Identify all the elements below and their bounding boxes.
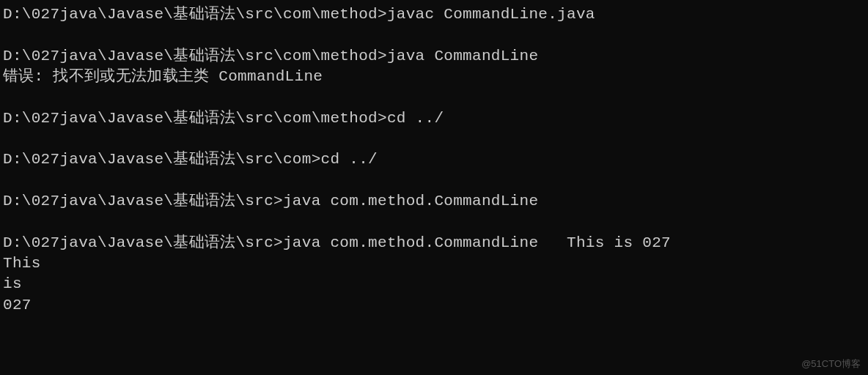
prompt: D:\027java\Javase\基础语法\src\com\method> xyxy=(3,6,387,23)
command-line: D:\027java\Javase\基础语法\src\com>cd ../ xyxy=(3,149,865,170)
prompt: D:\027java\Javase\基础语法\src> xyxy=(3,193,283,209)
prompt: D:\027java\Javase\基础语法\src\com\method> xyxy=(3,48,387,64)
command-text: java com.method.CommandLine xyxy=(283,193,538,209)
command-line: D:\027java\Javase\基础语法\src>java com.meth… xyxy=(3,191,865,212)
blank-line xyxy=(3,87,865,108)
command-line: D:\027java\Javase\基础语法\src\com\method>ja… xyxy=(3,46,865,67)
prompt: D:\027java\Javase\基础语法\src> xyxy=(3,234,283,251)
output-line: 错误: 找不到或无法加载主类 CommandLine xyxy=(3,67,865,87)
output-line: is xyxy=(3,274,865,294)
command-line: D:\027java\Javase\基础语法\src>java com.meth… xyxy=(3,233,865,253)
blank-line xyxy=(3,25,865,45)
output-line: 027 xyxy=(3,295,865,316)
prompt: D:\027java\Javase\基础语法\src\com\method> xyxy=(3,110,387,127)
command-line: D:\027java\Javase\基础语法\src\com\method>ja… xyxy=(3,4,865,25)
output-line: This xyxy=(3,253,865,274)
watermark-label: @51CTO博客 xyxy=(801,357,861,371)
command-text: javac CommandLine.java xyxy=(387,6,595,23)
command-text: java CommandLine xyxy=(387,48,538,64)
prompt: D:\027java\Javase\基础语法\src\com> xyxy=(3,151,321,168)
command-text: cd ../ xyxy=(321,151,378,168)
command-text: java com.method.CommandLine This is 027 xyxy=(283,234,671,251)
command-text: cd ../ xyxy=(387,110,444,127)
command-line: D:\027java\Javase\基础语法\src\com\method>cd… xyxy=(3,108,865,129)
blank-line xyxy=(3,171,865,191)
terminal-output[interactable]: D:\027java\Javase\基础语法\src\com\method>ja… xyxy=(3,4,865,316)
blank-line xyxy=(3,212,865,232)
blank-line xyxy=(3,129,865,149)
